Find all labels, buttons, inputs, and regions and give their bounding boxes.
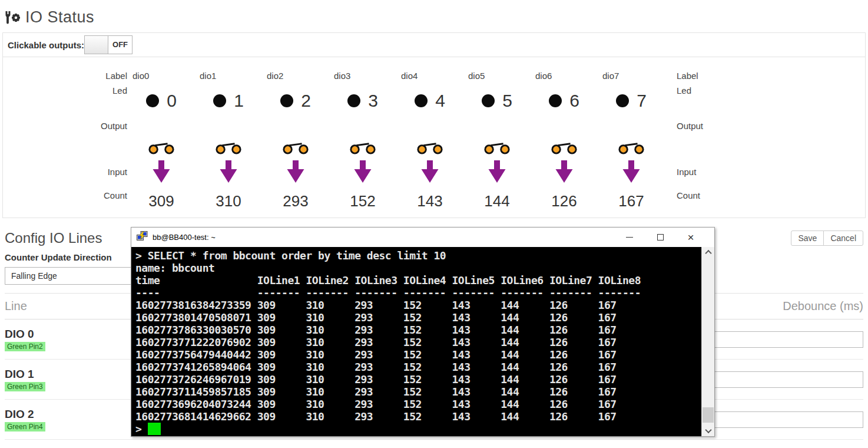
output-switch-icon[interactable] — [531, 120, 598, 155]
close-button[interactable]: × — [675, 228, 706, 247]
save-button[interactable]: Save — [791, 230, 824, 246]
io-line-column: dio2 2 293 — [262, 61, 329, 214]
led-line-number: 7 — [637, 91, 647, 111]
input-arrow-icon — [531, 155, 598, 188]
line-cell: DIO 2 Green Pin4 — [5, 408, 45, 431]
minimize-button[interactable] — [614, 228, 645, 247]
io-line-column: dio3 3 152 — [329, 61, 396, 214]
clickable-outputs-toggle[interactable]: OFF — [84, 35, 132, 54]
terminal-screen[interactable]: > SELECT * from bbcount order by time de… — [131, 247, 714, 436]
io-line-column: dio0 0 309 — [128, 61, 195, 214]
led-line-number: 2 — [301, 91, 311, 111]
page-title: IO Status — [25, 8, 94, 27]
io-line-label: dio5 — [463, 61, 531, 82]
output-switch-icon[interactable] — [262, 120, 329, 155]
io-line-column: dio7 7 167 — [598, 61, 665, 214]
terminal-cursor — [148, 423, 161, 435]
chevron-up-icon — [705, 250, 711, 256]
io-line-column: dio5 5 144 — [463, 61, 531, 214]
maximize-icon — [657, 234, 664, 241]
io-line-column: dio4 4 143 — [396, 61, 463, 214]
led-indicator — [415, 94, 428, 107]
led-line-number: 5 — [502, 91, 512, 111]
cancel-button[interactable]: Cancel — [823, 230, 863, 246]
io-line-column: dio1 1 310 — [195, 61, 262, 214]
led-indicator — [280, 94, 293, 107]
count-value: 293 — [262, 188, 329, 214]
io-line-label: dio6 — [531, 61, 598, 82]
row-label: Label — [3, 61, 127, 82]
led-line-number: 3 — [368, 91, 378, 111]
clickable-outputs-row: Clickable outputs: OFF — [3, 33, 865, 57]
line-column-header: Line — [5, 299, 27, 313]
pin-badge: Green Pin2 — [5, 342, 45, 351]
output-switch-icon[interactable] — [396, 120, 463, 155]
count-value: 167 — [598, 188, 665, 214]
row-label: Led — [3, 82, 127, 120]
minimize-icon — [626, 237, 633, 238]
terminal-title: bb@BB400-test: ~ — [153, 233, 614, 242]
led-indicator — [213, 94, 226, 107]
input-arrow-icon — [329, 155, 396, 188]
line-name: DIO 2 — [5, 408, 45, 421]
io-grid-row-labels-right: Label Led Output Input Count — [665, 61, 704, 214]
row-label: Input — [677, 155, 703, 188]
clickable-outputs-label: Clickable outputs: — [8, 40, 84, 50]
scroll-up-button[interactable] — [702, 248, 714, 260]
io-line-label: dio7 — [598, 61, 665, 82]
counter-update-direction-value: Falling Edge — [11, 271, 57, 281]
scrollbar-thumb[interactable] — [703, 407, 714, 423]
io-grid: Label Led Output Input Count dio0 0 309 — [3, 57, 865, 218]
pin-badge: Green Pin4 — [5, 422, 45, 431]
debounce-column-header: Debounce (ms) — [783, 299, 863, 313]
led-line-number: 4 — [435, 91, 445, 111]
led-indicator — [616, 94, 629, 107]
io-line-label: dio0 — [128, 61, 195, 82]
led-indicator — [549, 94, 562, 107]
tools-icon — [5, 11, 21, 25]
terminal-titlebar[interactable]: bb@BB400-test: ~ × — [131, 228, 714, 247]
toggle-state-label: OFF — [108, 36, 132, 54]
maximize-button[interactable] — [645, 228, 675, 247]
input-arrow-icon — [262, 155, 329, 188]
io-status-panel: Clickable outputs: OFF Label Led Output … — [2, 32, 866, 218]
scroll-down-button[interactable] — [702, 423, 714, 435]
row-label: Output — [677, 120, 703, 155]
pin-badge: Green Pin3 — [5, 382, 45, 391]
input-arrow-icon — [195, 155, 262, 188]
output-switch-icon[interactable] — [463, 120, 531, 155]
count-value: 126 — [531, 188, 598, 214]
terminal-window[interactable]: bb@BB400-test: ~ × > SELECT * from bbcou… — [131, 227, 715, 437]
led-indicator — [482, 94, 495, 107]
row-label: Label — [677, 61, 703, 82]
input-arrow-icon — [463, 155, 531, 188]
io-line-columns: dio0 0 309 dio1 1 — [128, 61, 665, 214]
output-switch-icon[interactable] — [598, 120, 665, 155]
io-line-label: dio1 — [195, 61, 262, 82]
io-line-column: dio6 6 126 — [531, 61, 598, 214]
input-arrow-icon — [396, 155, 463, 188]
input-arrow-icon — [598, 155, 665, 188]
io-line-label: dio3 — [329, 61, 396, 82]
output-switch-icon[interactable] — [128, 120, 195, 155]
output-switch-icon[interactable] — [195, 120, 262, 155]
row-label: Led — [677, 82, 703, 120]
line-name: DIO 0 — [5, 328, 45, 341]
output-switch-icon[interactable] — [329, 120, 396, 155]
page-header: IO Status — [5, 8, 868, 27]
count-value: 310 — [195, 188, 262, 214]
input-arrow-icon — [128, 155, 195, 188]
io-line-label: dio2 — [262, 61, 329, 82]
row-label: Input — [3, 155, 127, 188]
putty-icon — [137, 231, 148, 243]
line-cell: DIO 0 Green Pin2 — [5, 328, 45, 351]
line-cell: DIO 1 Green Pin3 — [5, 368, 45, 391]
led-indicator — [146, 94, 159, 107]
row-label: Count — [3, 188, 127, 214]
close-icon: × — [687, 232, 694, 243]
count-value: 309 — [128, 188, 195, 214]
line-name: DIO 1 — [5, 368, 45, 381]
count-value: 152 — [329, 188, 396, 214]
terminal-scrollbar[interactable] — [701, 247, 714, 436]
toggle-handle[interactable] — [85, 36, 108, 54]
